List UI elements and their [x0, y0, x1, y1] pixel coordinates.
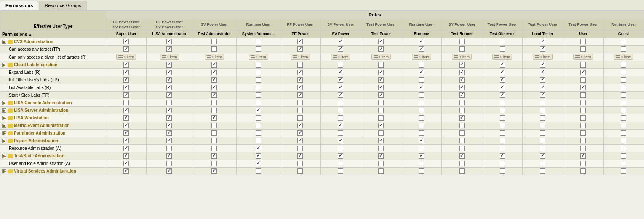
checkbox-checked-start-stop-col2[interactable]	[211, 92, 217, 98]
checkbox-checked-report-admin-col0[interactable]	[123, 138, 129, 143]
checkbox-checked-can-access-target-col0[interactable]	[123, 46, 129, 52]
check-cell-can-access-target-col9[interactable]	[482, 46, 523, 53]
check-cell-list-labs-col1[interactable]	[147, 84, 192, 92]
check-cell-start-stop-col9[interactable]	[482, 92, 523, 99]
checkbox-checked-list-labs-col10[interactable]	[540, 85, 545, 90]
check-cell-cloud-lab-col3[interactable]	[237, 61, 280, 69]
check-cell-cloud-lab-col2[interactable]	[192, 61, 237, 69]
expand-icon-lisa-console[interactable]: ▶	[2, 101, 6, 105]
checkbox-unchecked-lisa-server-col10[interactable]	[540, 108, 545, 113]
check-cell-expand-labs-col3[interactable]	[237, 69, 280, 76]
check-cell-lisa-console-col6[interactable]	[361, 99, 401, 107]
checkbox-unchecked-lisa-server-col11[interactable]	[580, 108, 586, 113]
checkbox-checked-list-labs-col8[interactable]	[459, 85, 465, 90]
checkbox-unchecked-list-labs-col12[interactable]	[621, 85, 626, 90]
checkbox-unchecked-cloud-lab-col4[interactable]	[297, 62, 303, 68]
check-cell-lisa-server-col2[interactable]	[192, 107, 237, 114]
item-badge-can-only-access-col4[interactable]: 1 item	[291, 54, 310, 60]
checkbox-unchecked-lisa-server-col2[interactable]	[211, 108, 217, 113]
check-cell-kill-other-col1[interactable]	[147, 76, 192, 84]
check-cell-virtual-services-col11[interactable]	[563, 168, 604, 175]
check-cell-start-stop-col2[interactable]	[192, 92, 237, 99]
check-cell-user-role-col12[interactable]	[603, 160, 644, 168]
check-cell-user-role-col11[interactable]	[563, 160, 604, 168]
checkbox-unchecked-user-role-col4[interactable]	[297, 161, 303, 166]
check-cell-list-labs-col4[interactable]	[280, 84, 321, 92]
checkbox-checked-test-suite-col1[interactable]	[166, 153, 172, 159]
check-cell-start-stop-col5[interactable]	[321, 92, 361, 99]
checkbox-unchecked-user-role-col10[interactable]	[540, 161, 545, 166]
check-cell-user-role-col2[interactable]	[192, 160, 237, 168]
expand-icon-cvs-admin[interactable]: ▶	[2, 40, 6, 44]
expand-icon-pathfinder[interactable]: ▶	[2, 131, 6, 135]
check-cell-cvs-admin-col8[interactable]	[442, 38, 482, 46]
check-cell-kill-other-col0[interactable]	[106, 76, 147, 84]
checkbox-checked-expand-labs-col8[interactable]	[459, 70, 465, 75]
checkbox-unchecked-user-role-col1[interactable]	[166, 161, 172, 166]
checkbox-checked-start-stop-col8[interactable]	[459, 92, 465, 98]
item-badge-can-only-access-col2[interactable]: 1 item	[205, 54, 224, 60]
checkbox-checked-virtual-services-col0[interactable]	[123, 168, 129, 174]
checkbox-checked-test-suite-col0[interactable]	[123, 153, 129, 159]
check-cell-cloud-lab-col7[interactable]	[401, 61, 442, 69]
check-cell-resource-admin-col6[interactable]	[361, 145, 401, 152]
checkbox-checked-lisa-server-col0[interactable]	[123, 108, 129, 113]
check-cell-user-role-col4[interactable]	[280, 160, 321, 168]
checkbox-checked-cloud-lab-col8[interactable]	[459, 62, 465, 68]
checkbox-unchecked-kill-other-col11[interactable]	[580, 77, 586, 83]
check-cell-kill-other-col4[interactable]	[280, 76, 321, 84]
check-cell-lisa-workstation-col7[interactable]	[401, 114, 442, 122]
checkbox-unchecked-metric-event-col7[interactable]	[419, 123, 424, 128]
check-cell-pathfinder-col12[interactable]	[603, 130, 644, 137]
check-cell-lisa-server-col9[interactable]	[482, 107, 523, 114]
checkbox-unchecked-expand-labs-col3[interactable]	[256, 70, 261, 75]
check-cell-cloud-lab-col10[interactable]	[523, 61, 563, 69]
checkbox-unchecked-lisa-console-col2[interactable]	[211, 100, 217, 105]
check-cell-report-admin-col9[interactable]	[482, 137, 523, 145]
checkbox-checked-kill-other-col2[interactable]	[211, 77, 217, 83]
check-cell-kill-other-col8[interactable]	[442, 76, 482, 84]
checkbox-unchecked-user-role-col8[interactable]	[459, 161, 465, 166]
checkbox-unchecked-cloud-lab-col11[interactable]	[580, 62, 586, 68]
checkbox-unchecked-cvs-admin-col3[interactable]	[256, 39, 261, 44]
checkbox-checked-list-labs-col0[interactable]	[123, 85, 129, 90]
checkbox-unchecked-resource-admin-col8[interactable]	[459, 146, 465, 151]
checkbox-checked-test-suite-col2[interactable]	[211, 153, 217, 159]
check-cell-expand-labs-col6[interactable]	[361, 69, 401, 76]
checkbox-unchecked-pathfinder-col11[interactable]	[580, 130, 586, 136]
checkbox-checked-start-stop-col9[interactable]	[500, 92, 505, 98]
checkbox-checked-cloud-lab-col9[interactable]	[500, 62, 505, 68]
check-cell-can-access-target-col0[interactable]	[106, 46, 147, 53]
checkbox-checked-list-labs-col11[interactable]	[580, 85, 586, 90]
checkbox-unchecked-cvs-admin-col8[interactable]	[459, 39, 465, 44]
checkbox-checked-cloud-lab-col1[interactable]	[166, 62, 172, 68]
checkbox-unchecked-cloud-lab-col12[interactable]	[621, 62, 626, 68]
check-cell-lisa-workstation-col2[interactable]	[192, 114, 237, 122]
check-cell-expand-labs-col4[interactable]	[280, 69, 321, 76]
check-cell-user-role-col5[interactable]	[321, 160, 361, 168]
check-cell-virtual-services-col7[interactable]	[401, 168, 442, 175]
checkbox-checked-report-admin-col4[interactable]	[297, 138, 303, 143]
check-cell-lisa-workstation-col0[interactable]	[106, 114, 147, 122]
check-cell-cvs-admin-col7[interactable]	[401, 38, 442, 46]
checkbox-checked-metric-event-col5[interactable]	[338, 123, 343, 128]
checkbox-unchecked-lisa-workstation-col11[interactable]	[580, 115, 586, 121]
check-cell-metric-event-col5[interactable]	[321, 122, 361, 130]
checkbox-checked-cloud-lab-col10[interactable]	[540, 62, 545, 68]
item-badge-can-only-access-col9[interactable]: 1 item	[492, 54, 512, 60]
checkbox-checked-test-suite-col10[interactable]	[540, 153, 545, 159]
checkbox-unchecked-pathfinder-col9[interactable]	[500, 130, 505, 136]
checkbox-checked-can-access-target-col6[interactable]	[378, 46, 384, 52]
checkbox-unchecked-virtual-services-col12[interactable]	[621, 168, 626, 174]
checkbox-unchecked-virtual-services-col8[interactable]	[459, 168, 465, 174]
checkbox-checked-cvs-admin-col4[interactable]	[297, 39, 303, 44]
checkbox-unchecked-report-admin-col12[interactable]	[621, 138, 626, 143]
checkbox-checked-lisa-server-col3[interactable]	[256, 108, 261, 113]
check-cell-test-suite-col7[interactable]	[401, 152, 442, 160]
check-cell-user-role-col10[interactable]	[523, 160, 563, 168]
checkbox-unchecked-can-access-target-col8[interactable]	[459, 46, 465, 52]
check-cell-report-admin-col2[interactable]	[192, 137, 237, 145]
checkbox-unchecked-resource-admin-col9[interactable]	[500, 146, 505, 151]
checkbox-unchecked-can-access-target-col11[interactable]	[580, 46, 586, 52]
checkbox-unchecked-pathfinder-col6[interactable]	[378, 130, 384, 136]
